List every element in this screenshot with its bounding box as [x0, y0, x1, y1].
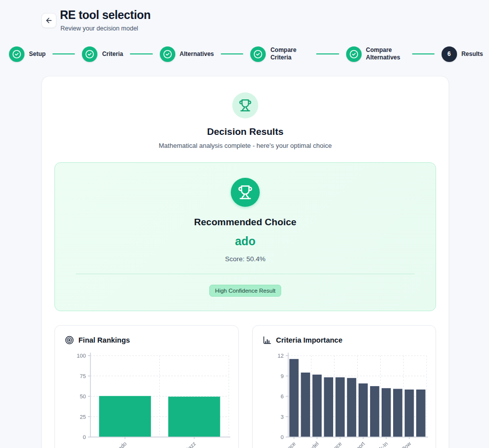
recommended-choice-title: Recommended Choice	[66, 217, 425, 228]
page-subtitle: Review your decision model	[60, 25, 138, 32]
step-label: Alternatives	[180, 50, 214, 58]
stepper-connector	[130, 53, 152, 54]
arrow-left-icon	[45, 16, 53, 24]
step-compare-criteria[interactable]: Compare Criteria	[250, 46, 309, 62]
final-rankings-chart	[63, 350, 233, 448]
recommended-choice-value: ado	[66, 235, 425, 248]
results-header: Decision Results Mathematical analysis c…	[54, 92, 436, 149]
check-circle-icon	[250, 46, 266, 62]
step-label: Compare Alternatives	[366, 46, 405, 61]
check-circle-icon	[160, 46, 175, 62]
page-title: RE tool selection	[60, 8, 150, 22]
results-title: Decision Results	[54, 126, 436, 137]
stepper-connector	[316, 53, 339, 54]
target-icon	[65, 336, 74, 345]
chart-title: Final Rankings	[78, 336, 130, 344]
check-circle-icon	[9, 46, 24, 62]
step-label: Compare Criteria	[270, 46, 309, 61]
trophy-icon	[232, 92, 258, 118]
step-number-badge: 6	[442, 46, 457, 62]
trophy-icon	[231, 178, 260, 207]
back-button[interactable]	[41, 13, 56, 28]
recommended-choice-card: Recommended Choice ado Score: 50.4% High…	[54, 162, 436, 311]
charts-row: Final Rankings Criteria Importance	[54, 325, 436, 448]
criteria-importance-card: Criteria Importance	[252, 325, 437, 448]
step-criteria[interactable]: Criteria	[82, 46, 123, 62]
recommended-choice-score: Score: 50.4%	[66, 255, 425, 263]
wizard-stepper: Setup Criteria Alternatives Compare Crit…	[9, 43, 483, 65]
results-panel: Decision Results Mathematical analysis c…	[41, 76, 449, 448]
check-circle-icon	[346, 46, 362, 62]
step-label: Criteria	[102, 50, 123, 58]
step-alternatives[interactable]: Alternatives	[160, 46, 214, 62]
stepper-connector	[52, 53, 75, 54]
criteria-importance-chart	[261, 350, 431, 448]
divider	[76, 274, 415, 274]
final-rankings-card: Final Rankings	[54, 325, 239, 448]
step-results[interactable]: 6 Results	[442, 46, 483, 62]
stepper-connector	[412, 53, 435, 54]
stepper-connector	[221, 53, 243, 54]
confidence-badge: High Confidence Result	[209, 285, 282, 297]
results-subtitle: Mathematical analysis complete - here's …	[54, 142, 436, 149]
step-label: Setup	[29, 50, 45, 58]
bar-chart-icon	[263, 336, 272, 345]
check-circle-icon	[82, 46, 97, 62]
chart-title: Criteria Importance	[276, 336, 343, 344]
step-compare-alternatives[interactable]: Compare Alternatives	[346, 46, 405, 62]
step-setup[interactable]: Setup	[9, 46, 45, 62]
step-label: Results	[462, 50, 483, 58]
